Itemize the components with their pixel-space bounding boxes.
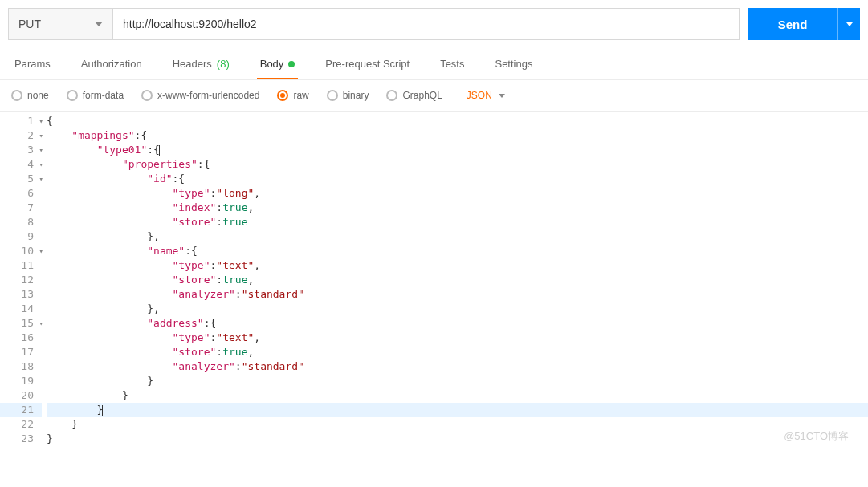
body-radio-x-www-form-urlencoded[interactable]: x-www-form-urlencoded [141, 90, 259, 101]
radio-icon [67, 90, 78, 101]
code-line[interactable]: "analyzer":"standard" [47, 287, 868, 302]
code-line[interactable]: { [47, 114, 868, 128]
code-line[interactable]: "type":"long", [47, 186, 868, 201]
code-line[interactable]: "index":true, [47, 201, 868, 215]
code-line[interactable]: "analyzer":"standard" [47, 359, 868, 374]
code-line[interactable]: "id":{ [47, 172, 868, 186]
text-cursor [159, 145, 160, 156]
code-line[interactable]: "type":"text", [47, 331, 868, 345]
body-radio-none[interactable]: none [11, 90, 49, 101]
radio-icon [386, 90, 397, 101]
code-line[interactable]: } [47, 374, 868, 388]
modified-dot-icon [288, 61, 295, 67]
code-line[interactable]: "name":{ [47, 244, 868, 258]
code-line[interactable]: "store":true, [47, 273, 868, 287]
code-line[interactable]: } [47, 432, 868, 446]
code-line[interactable]: "properties":{ [47, 157, 868, 172]
code-line[interactable]: "mappings":{ [47, 128, 868, 143]
code-line[interactable]: "type01":{ [47, 143, 868, 157]
body-type-dropdown[interactable]: JSON [467, 90, 505, 101]
code-line[interactable]: }, [47, 229, 868, 244]
code-line[interactable]: "type":"text", [47, 258, 868, 273]
body-radio-binary[interactable]: binary [327, 90, 369, 101]
send-dropdown-toggle[interactable] [837, 8, 860, 40]
chevron-down-icon [499, 94, 505, 98]
radio-icon [141, 90, 153, 101]
tab-headers[interactable]: Headers(8) [169, 50, 233, 79]
method-label: PUT [18, 18, 41, 30]
tab-pre-request-script[interactable]: Pre-request Script [322, 50, 413, 79]
tab-settings[interactable]: Settings [491, 50, 536, 79]
tab-params[interactable]: Params [11, 50, 54, 79]
tab-body[interactable]: Body [257, 50, 299, 79]
http-method-select[interactable]: PUT [8, 8, 112, 40]
text-cursor [102, 405, 103, 416]
request-tabs: ParamsAuthorizationHeaders(8)BodyPre-req… [0, 48, 868, 80]
radio-icon [11, 90, 22, 101]
code-line[interactable]: } [47, 417, 868, 432]
code-line[interactable]: } [47, 388, 868, 403]
code-line[interactable]: "store":true, [47, 345, 868, 359]
line-gutter: 1234567891011121314151617181920212223 [0, 112, 47, 448]
code-content[interactable]: { "mappings":{ "type01":{ "properties":{… [47, 112, 868, 448]
send-button[interactable]: Send [748, 8, 837, 40]
radio-icon [277, 90, 288, 101]
code-line[interactable]: } [47, 403, 868, 417]
code-line[interactable]: "store":true [47, 215, 868, 229]
code-editor[interactable]: 1234567891011121314151617181920212223 { … [0, 112, 868, 448]
body-options-row: noneform-datax-www-form-urlencodedrawbin… [0, 80, 868, 112]
body-radio-raw[interactable]: raw [277, 90, 308, 101]
code-line[interactable]: "address":{ [47, 316, 868, 331]
url-input[interactable] [112, 8, 740, 40]
body-radio-graphql[interactable]: GraphQL [386, 90, 442, 101]
radio-icon [327, 90, 338, 101]
body-radio-form-data[interactable]: form-data [67, 90, 124, 101]
request-bar: PUT Send [0, 0, 868, 48]
code-line[interactable]: }, [47, 302, 868, 316]
tab-authorization[interactable]: Authorization [78, 50, 145, 79]
tab-tests[interactable]: Tests [437, 50, 467, 79]
